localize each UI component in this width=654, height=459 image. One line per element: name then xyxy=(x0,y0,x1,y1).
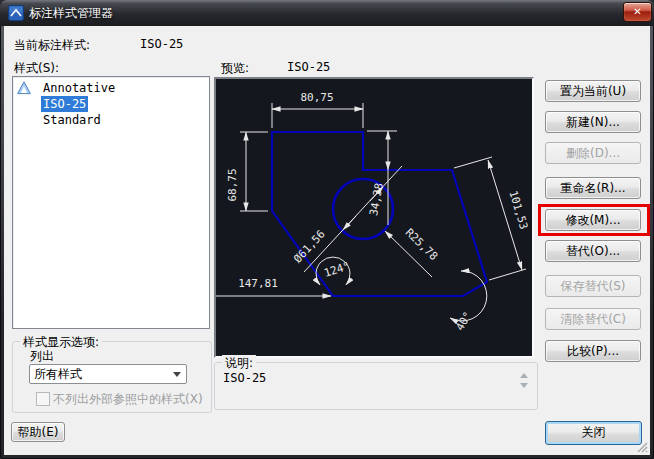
style-item-annotative[interactable]: Annotative xyxy=(13,80,209,96)
rename-button[interactable]: 重命名(R)... xyxy=(545,177,641,199)
help-button[interactable]: 帮助(E) xyxy=(11,422,65,442)
style-filter-dropdown[interactable]: 所有样式 xyxy=(29,364,187,384)
modify-button[interactable]: 修改(M)... xyxy=(545,209,641,231)
description-scrollbar[interactable] xyxy=(520,373,528,388)
chevron-down-icon xyxy=(173,372,181,377)
override-button[interactable]: 替代(O)... xyxy=(545,240,641,262)
save-override-button[interactable]: 保存替代(S) xyxy=(545,275,641,297)
dimension-preview: 80,75 68,75 34,38 Ø61,56 R25,78 101,53 1… xyxy=(214,77,534,358)
clear-override-button[interactable]: 清除替代(C) xyxy=(545,308,641,330)
dim-top: 80,75 xyxy=(300,91,333,104)
close-button[interactable]: 关闭 xyxy=(545,421,642,445)
window-title: 标注样式管理器 xyxy=(29,5,113,22)
current-style-label: 当前标注样式: xyxy=(14,37,90,54)
close-icon[interactable]: ✕ xyxy=(623,2,652,22)
dim-angle-left: 124° xyxy=(322,259,351,280)
list-filter-label: 列出 xyxy=(30,348,54,365)
dimension-style-manager-dialog: 标注样式管理器 ✕ 当前标注样式: ISO-25 样式(S): Annotati… xyxy=(0,0,654,459)
scroll-up-icon[interactable] xyxy=(520,373,528,378)
scroll-down-icon[interactable] xyxy=(520,383,528,388)
dimension-preview-drawing: 80,75 68,75 34,38 Ø61,56 R25,78 101,53 1… xyxy=(216,79,532,356)
styles-listbox: Annotative ISO-25 Standard xyxy=(12,76,210,329)
dim-radius: R25,78 xyxy=(403,226,441,263)
description-text: ISO-25 xyxy=(223,371,266,385)
resize-grip[interactable] xyxy=(637,442,648,453)
preview-label: 预览: xyxy=(221,60,249,77)
style-item-label: Standard xyxy=(41,112,103,128)
current-style-value: ISO-25 xyxy=(140,37,183,51)
description-label: 说明: xyxy=(222,355,256,372)
style-item-iso25[interactable]: ISO-25 xyxy=(13,96,209,112)
annotative-icon xyxy=(17,81,31,95)
preview-style-value: ISO-25 xyxy=(287,60,330,74)
app-icon xyxy=(8,5,24,21)
styles-list-label: 样式(S): xyxy=(14,60,59,77)
new-button[interactable]: 新建(N)... xyxy=(545,111,641,133)
style-filter-value: 所有样式 xyxy=(34,367,82,381)
style-item-label: ISO-25 xyxy=(41,96,88,112)
delete-button[interactable]: 删除(D)... xyxy=(545,142,641,164)
dim-angle-right: 40° xyxy=(453,309,474,333)
titlebar[interactable]: 标注样式管理器 ✕ xyxy=(0,0,654,26)
hide-xref-checkbox-label: 不列出外部参照中的样式(X) xyxy=(53,391,203,408)
dim-left: 68,75 xyxy=(226,168,239,201)
dialog-body: 当前标注样式: ISO-25 样式(S): Annotative ISO-25 … xyxy=(4,26,650,455)
style-item-standard[interactable]: Standard xyxy=(13,112,209,128)
style-item-label: Annotative xyxy=(41,80,117,96)
dim-notch: 34,38 xyxy=(367,182,386,217)
dim-aligned: 101,53 xyxy=(506,189,530,231)
set-current-button[interactable]: 置为当前(U) xyxy=(545,80,641,102)
dim-bottom: 147,81 xyxy=(238,277,278,290)
compare-button[interactable]: 比较(P)... xyxy=(545,340,641,362)
description-group: 说明: ISO-25 xyxy=(214,362,538,410)
hide-xref-checkbox[interactable] xyxy=(36,392,50,406)
